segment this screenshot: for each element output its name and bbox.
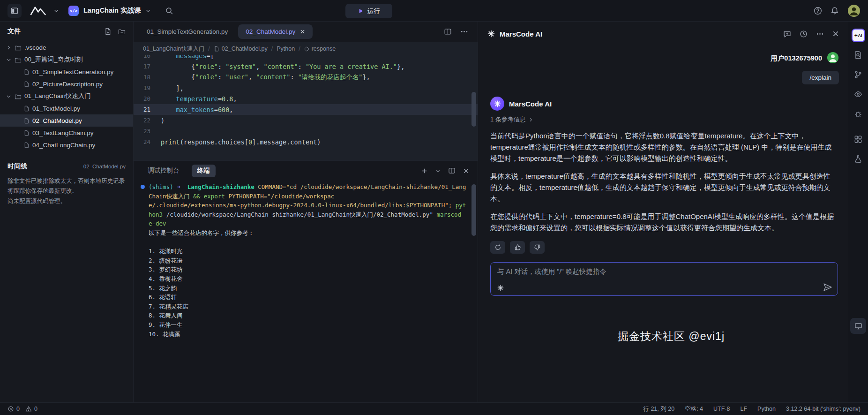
tree-file-04_ChatLongChain.py[interactable]: 04_ChatLongChain.py <box>0 139 133 151</box>
remote-screen-button[interactable] <box>850 318 866 334</box>
line-number: 18 <box>134 74 161 81</box>
tree-folder-00_开篇词_奇点时刻[interactable]: 00_开篇词_奇点时刻 <box>0 53 133 66</box>
new-file-icon[interactable] <box>104 28 112 35</box>
split-editor-icon[interactable] <box>444 28 452 36</box>
activity-file-search[interactable] <box>850 45 867 65</box>
new-chat-icon[interactable] <box>783 30 791 38</box>
tree-file-02_ChatModel.py[interactable]: 02_ChatModel.py <box>0 114 133 127</box>
activity-testing[interactable] <box>850 149 867 169</box>
terminal-output[interactable]: (shims) ➜ LangChain-shizhanke COMMAND="c… <box>134 181 478 402</box>
terminal-row <box>149 238 468 247</box>
workspace-chevron-icon[interactable] <box>145 8 151 14</box>
explain-command-chip[interactable]: /explain <box>802 71 839 84</box>
more-actions-icon[interactable] <box>460 28 468 36</box>
code-line-18[interactable]: 18 {"role": "user", "content": "请给我的花店起个… <box>134 72 478 83</box>
send-icon[interactable] <box>823 283 832 292</box>
code-line-24[interactable]: 24print(response.choices[0].message.cont… <box>134 136 478 147</box>
marscode-ai-panel: MarsCode AI 用户0132675900 /explain MarsCo… <box>478 22 848 402</box>
activity-extensions[interactable] <box>850 129 867 149</box>
notifications-bell-icon[interactable] <box>831 7 839 15</box>
terminal-scrollbar[interactable] <box>471 184 476 236</box>
reference-toggle[interactable]: 1 条参考信息 <box>478 111 848 124</box>
code-line-22[interactable]: 22) <box>134 115 478 126</box>
ai-panel-title: MarsCode AI <box>500 30 542 38</box>
editor-scrollbar[interactable] <box>471 92 476 127</box>
breadcrumb: 01_LangChain快速入门 / 02_ChatModel.py / Pyt… <box>134 42 478 55</box>
tree-file-02_PictureDescription.py[interactable]: 02_PictureDescription.py <box>0 78 133 90</box>
python-interpreter[interactable]: 3.12.2 64-bit ('shims': pyenv) <box>786 405 861 413</box>
workspace-name[interactable]: LangChain 实战课 <box>83 6 141 15</box>
help-icon[interactable] <box>814 7 822 15</box>
line-number: 23 <box>134 128 161 135</box>
code-editor[interactable]: 16 messages=[17 {"role": "system", "cont… <box>134 55 478 160</box>
user-command-row: /explain <box>478 65 848 84</box>
eol-sequence[interactable]: LF <box>740 405 747 413</box>
statusbar: 0 0 行 21, 列 20 空格: 4 UTF-8 LF Python 3.1… <box>0 402 868 415</box>
code-line-21[interactable]: 21 max_tokens=600, <box>134 104 478 115</box>
code-text: temperature=0.8, <box>161 95 237 103</box>
warnings-status[interactable]: 0 <box>25 406 37 412</box>
tree-file-01_SimpleTextGeneration.py[interactable]: 01_SimpleTextGeneration.py <box>0 66 133 78</box>
close-panel-icon[interactable] <box>463 168 469 174</box>
app-logo-icon[interactable] <box>29 6 49 16</box>
activity-marscode-ai[interactable]: ✦AI <box>850 25 867 45</box>
close-ai-panel-icon[interactable] <box>832 30 839 37</box>
breadcrumb-folder[interactable]: 01_LangChain快速入门 <box>143 45 204 53</box>
tab-01-simpletextgeneration[interactable]: 01_SimpleTextGeneration.py <box>139 24 235 39</box>
tab-02-chatmodel[interactable]: 02_ChatModel.py <box>238 24 313 39</box>
indentation[interactable]: 空格: 4 <box>685 405 703 413</box>
assistant-row: MarsCode AI <box>478 84 848 111</box>
terminal-row: hon3 /cloudide/workspace/LangChain-shizh… <box>149 210 468 219</box>
ai-chat-input[interactable]: 与 AI 对话，或使用 "/" 唤起快捷指令 <box>490 262 838 296</box>
breadcrumb-file[interactable]: 02_ChatModel.py <box>214 45 268 52</box>
thumbs-up-button[interactable] <box>510 241 525 254</box>
run-button[interactable]: 运行 <box>345 4 392 18</box>
activity-debug[interactable] <box>850 104 867 124</box>
python-file-icon <box>23 118 30 124</box>
errors-status[interactable]: 0 <box>7 406 20 412</box>
more-options-icon[interactable] <box>816 30 824 38</box>
panel: 调试控制台 终端 (shims) ➜ LangChain-shizhanke C… <box>134 160 478 402</box>
cursor-position[interactable]: 行 21, 列 20 <box>643 405 674 413</box>
python-file-icon <box>23 81 30 87</box>
tree-file-01_TextModel.py[interactable]: 01_TextModel.py <box>0 102 133 114</box>
sidebar-toggle-button[interactable] <box>7 4 22 18</box>
history-icon[interactable] <box>800 30 808 38</box>
code-line-17[interactable]: 17 {"role": "system", "content": "You ar… <box>134 61 478 72</box>
tab-terminal[interactable]: 终端 <box>192 165 216 177</box>
activity-watch[interactable] <box>850 84 867 104</box>
collapse-folders-icon[interactable] <box>118 28 126 35</box>
line-number: 21 <box>134 106 161 113</box>
new-terminal-icon[interactable] <box>421 167 428 174</box>
code-line-16[interactable]: 16 messages=[ <box>134 55 478 61</box>
code-line-20[interactable]: 20 temperature=0.8, <box>134 93 478 104</box>
split-terminal-icon[interactable] <box>448 167 456 174</box>
code-lines: 16 messages=[17 {"role": "system", "cont… <box>134 55 478 147</box>
code-line-23[interactable]: 23 <box>134 126 478 136</box>
tree-folder-.vscode[interactable]: .vscode <box>0 41 133 53</box>
tree-item-label: 04_ChatLongChain.py <box>32 142 95 149</box>
encoding[interactable]: UTF-8 <box>713 405 730 413</box>
language-mode[interactable]: Python <box>757 405 776 413</box>
breadcrumb-language[interactable]: Python <box>277 45 295 52</box>
regenerate-button[interactable] <box>490 241 505 254</box>
tree-file-03_TextLangChain.py[interactable]: 03_TextLangChain.py <box>0 127 133 139</box>
panel-tabs: 调试控制台 终端 <box>134 161 478 181</box>
logo-chevron-icon[interactable] <box>53 8 59 14</box>
code-line-19[interactable]: 19 ], <box>134 83 478 93</box>
assistant-name: MarsCode AI <box>509 100 552 108</box>
activity-source-control[interactable] <box>850 65 867 84</box>
tree-folder-01_LangChain快速入门[interactable]: 01_LangChain快速入门 <box>0 90 133 102</box>
tree-item-label: 02_ChatModel.py <box>32 117 82 124</box>
search-icon[interactable] <box>165 7 173 15</box>
close-tab-icon[interactable] <box>300 29 305 34</box>
terminal-row: 4. 香榭花舍 <box>149 274 468 284</box>
app-window: </> LangChain 实战课 运行 文件 .vscode00_开篇词_奇点… <box>0 0 868 415</box>
timeline-header[interactable]: 时间线 02_ChatModel.py <box>0 159 133 174</box>
terminal-dropdown-chevron-icon[interactable] <box>435 168 441 174</box>
breadcrumb-symbol[interactable]: response <box>304 45 336 52</box>
thumbs-down-button[interactable] <box>530 241 545 254</box>
account-avatar[interactable] <box>847 4 861 17</box>
folder-icon <box>15 93 22 100</box>
tab-debug-console[interactable]: 调试控制台 <box>142 165 185 177</box>
